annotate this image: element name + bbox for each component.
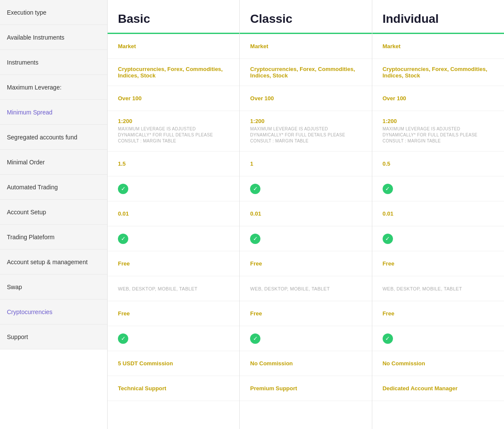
plan-col-individual: IndividualMarketCryptocurrencies, Forex,… — [372, 0, 504, 429]
cell-swap-1: ✓ — [240, 326, 371, 351]
check-icon: ✓ — [118, 234, 128, 244]
sidebar-label-11: Swap — [7, 284, 22, 290]
plan-name-0: Basic — [118, 12, 229, 26]
sidebar-label-6: Minimal Order — [7, 159, 45, 166]
plan-col-classic: ClassicMarketCryptocurrencies, Forex, Co… — [240, 0, 372, 429]
plan-header-2: Individual — [372, 0, 504, 34]
sidebar-label-0: Execution type — [7, 9, 46, 16]
check-icon: ✓ — [383, 184, 393, 194]
cell-segregated-0: ✓ — [108, 176, 239, 201]
sidebar-label-7: Automated Trading — [7, 184, 58, 191]
check-icon: ✓ — [250, 234, 260, 244]
cell-leverage-0: 1:200MAXIMUM LEVERAGE IS ADJUSTED DYNAMI… — [108, 111, 239, 151]
cell-min-order-0: 0.01 — [108, 201, 239, 226]
cell-segregated-2: ✓ — [372, 176, 504, 201]
cell-execution-1: Market — [240, 34, 371, 59]
cell-support-1: Premium Support — [240, 376, 371, 401]
sidebar-row-4: Minimum Spread — [0, 100, 107, 125]
check-icon: ✓ — [118, 333, 128, 344]
cell-account-setup-2: Free — [372, 251, 504, 276]
sidebar-label-4: Minimum Spread — [7, 109, 53, 116]
sidebar-row-9: Trading Plateform — [0, 225, 107, 250]
cell-swap-2: ✓ — [372, 326, 504, 351]
cell-avail-instruments-2: Cryptocurrencies, Forex, Commodities, In… — [372, 59, 504, 86]
sidebar-label-12: Cryptocurrencies — [7, 309, 53, 315]
sidebar-row-11: Swap — [0, 275, 107, 299]
sidebar-row-3: Maximum Leverage: — [0, 75, 107, 100]
sidebar-label-10: Account setup & management — [7, 259, 88, 265]
cell-auto-trading-0: ✓ — [108, 226, 239, 251]
sidebar-row-5: Segregated accounts fund — [0, 125, 107, 150]
check-icon: ✓ — [118, 184, 128, 194]
cell-segregated-1: ✓ — [240, 176, 371, 201]
cell-spread-1: 1 — [240, 151, 371, 176]
sidebar-row-7: Automated Trading — [0, 175, 107, 200]
cell-account-setup-0: Free — [108, 251, 239, 276]
cell-platform-2: WEB, DESKTOP, MOBILE, TABLET — [372, 276, 504, 301]
cell-instruments-count-0: Over 100 — [108, 86, 239, 111]
cell-setup-mgmt-1: Free — [240, 301, 371, 326]
cell-min-order-1: 0.01 — [240, 201, 371, 226]
sidebar-label-5: Segregated accounts fund — [7, 134, 77, 141]
check-icon: ✓ — [250, 333, 260, 344]
sidebar-label-3: Maximum Leverage: — [7, 84, 62, 91]
sidebar-row-12: Cryptocurrencies — [0, 299, 107, 324]
cell-auto-trading-2: ✓ — [372, 226, 504, 251]
cell-account-setup-1: Free — [240, 251, 371, 276]
cell-leverage-2: 1:200MAXIMUM LEVERAGE IS ADJUSTED DYNAMI… — [372, 111, 504, 151]
cell-instruments-count-2: Over 100 — [372, 86, 504, 111]
plan-name-2: Individual — [383, 12, 494, 26]
sidebar-label-2: Instruments — [7, 59, 38, 66]
cell-avail-instruments-0: Cryptocurrencies, Forex, Commodities, In… — [108, 59, 239, 86]
cell-setup-mgmt-0: Free — [108, 301, 239, 326]
sidebar-label-1: Available Instruments — [7, 34, 65, 41]
cell-setup-mgmt-2: Free — [372, 301, 504, 326]
cell-commission-0: 5 USDT Commission — [108, 351, 239, 376]
check-icon: ✓ — [250, 184, 260, 194]
cell-commission-1: No Commission — [240, 351, 371, 376]
sidebar-label-9: Trading Plateform — [7, 234, 55, 241]
cell-execution-0: Market — [108, 34, 239, 59]
check-icon: ✓ — [383, 333, 393, 344]
sidebar-row-0: Execution type — [0, 0, 107, 25]
sidebar-row-1: Available Instruments — [0, 25, 107, 50]
cell-instruments-count-1: Over 100 — [240, 86, 371, 111]
sidebar-label-13: Support — [7, 333, 28, 340]
plans-container: BasicMarketCryptocurrencies, Forex, Comm… — [108, 0, 504, 429]
plan-col-basic: BasicMarketCryptocurrencies, Forex, Comm… — [108, 0, 240, 429]
cell-support-2: Dedicated Account Manager — [372, 376, 504, 401]
sidebar-row-8: Account Setup — [0, 200, 107, 225]
check-icon: ✓ — [383, 234, 393, 244]
sidebar: Execution typeAvailable InstrumentsInstr… — [0, 0, 108, 429]
plan-name-1: Classic — [250, 12, 361, 26]
plan-header-1: Classic — [240, 0, 371, 34]
cell-platform-1: WEB, DESKTOP, MOBILE, TABLET — [240, 276, 371, 301]
sidebar-row-6: Minimal Order — [0, 150, 107, 175]
cell-platform-0: WEB, DESKTOP, MOBILE, TABLET — [108, 276, 239, 301]
sidebar-label-8: Account Setup — [7, 209, 46, 216]
plan-header-0: Basic — [108, 0, 239, 34]
cell-spread-2: 0.5 — [372, 151, 504, 176]
sidebar-row-2: Instruments — [0, 50, 107, 75]
sidebar-row-13: Support — [0, 324, 107, 349]
cell-leverage-1: 1:200MAXIMUM LEVERAGE IS ADJUSTED DYNAMI… — [240, 111, 371, 151]
cell-commission-2: No Commission — [372, 351, 504, 376]
comparison-table: Execution typeAvailable InstrumentsInstr… — [0, 0, 504, 429]
cell-auto-trading-1: ✓ — [240, 226, 371, 251]
cell-execution-2: Market — [372, 34, 504, 59]
cell-swap-0: ✓ — [108, 326, 239, 351]
cell-avail-instruments-1: Cryptocurrencies, Forex, Commodities, In… — [240, 59, 371, 86]
cell-spread-0: 1.5 — [108, 151, 239, 176]
cell-support-0: Technical Support — [108, 376, 239, 401]
sidebar-row-10: Account setup & management — [0, 250, 107, 275]
cell-min-order-2: 0.01 — [372, 201, 504, 226]
